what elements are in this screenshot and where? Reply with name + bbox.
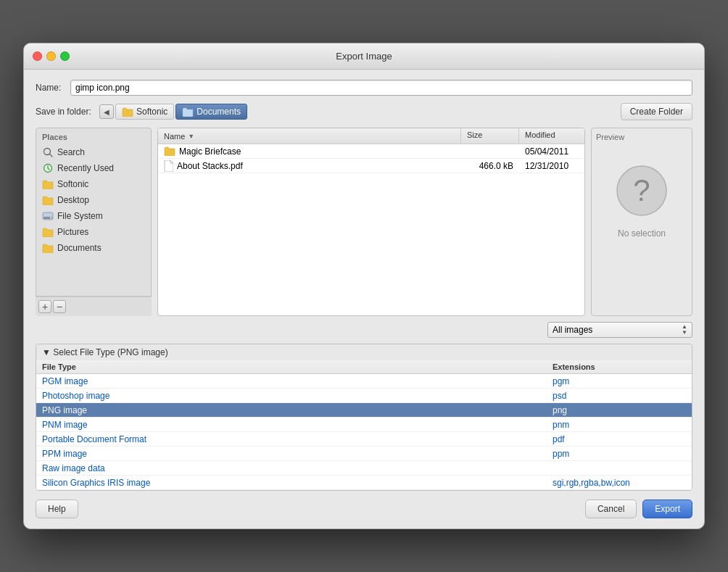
file-type-header[interactable]: ▼ Select File Type (PNG image) bbox=[36, 344, 692, 360]
preview-no-selection-label: No selection bbox=[618, 228, 666, 239]
ft-type-pnm: PNM image bbox=[36, 418, 547, 431]
document-row-icon bbox=[164, 160, 173, 172]
titlebar: Export Image bbox=[24, 43, 704, 70]
files-col-size-header[interactable]: Size bbox=[461, 128, 519, 144]
ft-col-type-header: File Type bbox=[36, 360, 547, 373]
places-panel: Places Search bbox=[36, 128, 152, 297]
ft-ext-ppm: ppm bbox=[547, 447, 692, 460]
places-filesystem-label: File System bbox=[57, 211, 103, 221]
help-button[interactable]: Help bbox=[36, 500, 78, 518]
ft-ext-sgi: sgi,rgb,rgba,bw,icon bbox=[547, 476, 692, 489]
file-type-section: ▼ Select File Type (PNG image) File Type… bbox=[36, 344, 692, 491]
ft-ext-pgm: pgm bbox=[547, 375, 692, 388]
ft-ext-raw bbox=[547, 467, 692, 470]
file-size-cell: 466.0 kB bbox=[461, 159, 519, 173]
folder-icon bbox=[122, 107, 133, 117]
ft-col-ext-header: Extensions bbox=[547, 360, 692, 373]
file-name-cell: Magic Briefcase bbox=[158, 145, 461, 158]
dialog-footer: Help Cancel Export bbox=[36, 497, 692, 518]
hdd-icon bbox=[42, 210, 54, 222]
file-row-about-stacks[interactable]: About Stacks.pdf 466.0 kB 12/31/2010 bbox=[158, 159, 584, 173]
close-button[interactable] bbox=[33, 51, 42, 61]
file-type-columns: File Type Extensions bbox=[36, 360, 692, 374]
cancel-button[interactable]: Cancel bbox=[585, 500, 637, 518]
folder-softonic-icon bbox=[42, 178, 54, 190]
places-recently-used-label: Recently Used bbox=[57, 163, 114, 173]
breadcrumb-documents[interactable]: Documents bbox=[175, 104, 247, 120]
files-panel: Name ▼ Size Modified Magic Briefcase bbox=[157, 128, 585, 316]
traffic-lights bbox=[33, 51, 70, 61]
breadcrumb-softonic[interactable]: Softonic bbox=[115, 104, 174, 120]
file-name-cell: About Stacks.pdf bbox=[158, 159, 461, 173]
ft-type-raw: Raw image data bbox=[36, 462, 547, 475]
places-item-file-system[interactable]: File System bbox=[36, 208, 151, 224]
folder-documents-icon bbox=[42, 242, 54, 254]
ft-ext-pnm: pnm bbox=[547, 418, 692, 431]
main-area: Places Search bbox=[36, 128, 692, 316]
files-col-name-header[interactable]: Name ▼ bbox=[158, 128, 461, 144]
places-add-button[interactable]: + bbox=[38, 300, 51, 313]
file-row-magic-briefcase[interactable]: Magic Briefcase 05/04/2011 bbox=[158, 144, 584, 159]
files-list: Magic Briefcase 05/04/2011 About Stacks.… bbox=[158, 144, 584, 315]
places-search-label: Search bbox=[57, 147, 85, 157]
places-remove-button[interactable]: − bbox=[53, 300, 66, 313]
svg-point-5 bbox=[50, 217, 51, 219]
ft-type-pgm: PGM image bbox=[36, 375, 547, 388]
save-folder-label: Save in folder: bbox=[36, 107, 94, 117]
folder-icon-active bbox=[182, 107, 194, 117]
ft-ext-png: png bbox=[547, 404, 692, 417]
filter-dropdown[interactable]: All images ▲ ▼ bbox=[547, 322, 692, 338]
svg-line-1 bbox=[50, 154, 53, 157]
ft-row-pgm[interactable]: PGM image pgm bbox=[36, 374, 692, 389]
window-title: Export Image bbox=[336, 51, 392, 62]
ft-row-sgi[interactable]: Silicon Graphics IRIS image sgi,rgb,rgba… bbox=[36, 476, 692, 490]
search-icon bbox=[42, 146, 54, 158]
clock-icon bbox=[42, 162, 54, 174]
ft-ext-photoshop: psd bbox=[547, 389, 692, 402]
maximize-button[interactable] bbox=[60, 51, 70, 61]
file-modified-cell: 12/31/2010 bbox=[519, 159, 584, 173]
dialog-content: Name: Save in folder: ◀ Softonic Docume bbox=[24, 70, 704, 529]
create-folder-button[interactable]: Create Folder bbox=[621, 103, 692, 120]
places-pictures-label: Pictures bbox=[57, 227, 88, 237]
files-col-modified-header[interactable]: Modified bbox=[519, 128, 584, 144]
bottom-bar: All images ▲ ▼ bbox=[36, 322, 692, 338]
save-in-folder-row: Save in folder: ◀ Softonic Documents Cre… bbox=[36, 103, 692, 120]
ft-row-ppm[interactable]: PPM image ppm bbox=[36, 447, 692, 461]
ft-type-pdf: Portable Document Format bbox=[36, 433, 547, 446]
places-item-documents[interactable]: Documents bbox=[36, 240, 151, 256]
preview-header: Preview bbox=[596, 133, 624, 141]
ft-type-png: PNG image bbox=[36, 404, 547, 417]
dropdown-arrows-icon: ▲ ▼ bbox=[682, 324, 687, 336]
ft-type-photoshop: Photoshop image bbox=[36, 389, 547, 402]
places-item-recently-used[interactable]: Recently Used bbox=[36, 160, 151, 176]
folder-row-icon bbox=[164, 146, 175, 156]
minimize-button[interactable] bbox=[46, 51, 56, 61]
ft-type-sgi: Silicon Graphics IRIS image bbox=[36, 476, 547, 489]
ft-type-ppm: PPM image bbox=[36, 447, 547, 460]
filename-input[interactable] bbox=[70, 80, 692, 96]
file-modified-cell: 05/04/2011 bbox=[519, 145, 584, 158]
places-item-pictures[interactable]: Pictures bbox=[36, 224, 151, 240]
ft-row-pdf[interactable]: Portable Document Format pdf bbox=[36, 432, 692, 447]
places-softonic-label: Softonic bbox=[57, 179, 88, 189]
breadcrumb-bar: ◀ Softonic Documents bbox=[99, 104, 615, 120]
back-button[interactable]: ◀ bbox=[99, 104, 114, 119]
places-panel-wrapper: Places Search bbox=[36, 128, 152, 316]
places-item-desktop[interactable]: Desktop bbox=[36, 192, 151, 208]
file-type-list: PGM image pgm Photoshop image psd PNG im… bbox=[36, 374, 692, 490]
svg-text:?: ? bbox=[633, 173, 650, 207]
places-item-search[interactable]: Search bbox=[36, 144, 151, 160]
files-header: Name ▼ Size Modified bbox=[158, 128, 584, 144]
preview-panel: Preview ? No selection bbox=[591, 128, 692, 316]
breadcrumb-documents-label: Documents bbox=[197, 107, 241, 117]
ft-row-pnm[interactable]: PNM image pnm bbox=[36, 418, 692, 432]
export-button[interactable]: Export bbox=[642, 500, 692, 518]
file-size-cell bbox=[461, 150, 519, 153]
preview-icon-area: ? bbox=[613, 162, 671, 220]
ft-row-photoshop[interactable]: Photoshop image psd bbox=[36, 389, 692, 403]
ft-row-png[interactable]: PNG image png bbox=[36, 403, 692, 418]
places-item-softonic[interactable]: Softonic bbox=[36, 176, 151, 192]
ft-row-raw[interactable]: Raw image data bbox=[36, 461, 692, 476]
folder-desktop-icon bbox=[42, 194, 54, 206]
